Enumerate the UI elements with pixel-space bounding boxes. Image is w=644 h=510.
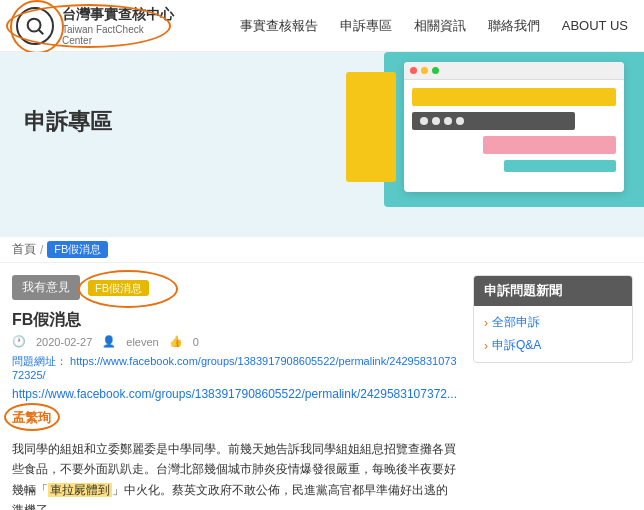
article-body: 我同學的組姐和立委鄭麗委是中學同學。前幾天她告訴我同學組姐組息招覽查攤各買些食品… — [12, 439, 457, 510]
sidebar-right: 申訴問題新聞 › 全部申訴 › 申訴Q&A — [473, 275, 633, 510]
author-highlight-area: 孟繁珣 — [12, 409, 51, 433]
screen-content — [404, 80, 624, 180]
logo-icon — [16, 7, 54, 45]
article-submitter: 孟繁珣 — [12, 409, 51, 427]
breadcrumb-separator: / — [40, 243, 43, 257]
nav-contact[interactable]: 聯絡我們 — [488, 17, 540, 35]
dot2 — [432, 117, 440, 125]
url-label: 問題網址： — [12, 355, 67, 367]
article-url-display: https://www.facebook.com/groups/13839179… — [12, 387, 457, 401]
sidebar-qna[interactable]: › 申訴Q&A — [484, 337, 622, 354]
article-url-link[interactable]: https://www.facebook.com/groups/13839179… — [12, 355, 457, 381]
like-icon: 👍 — [169, 335, 183, 348]
article-likes: 0 — [193, 336, 199, 348]
logo-subtitle-line1: Taiwan FactCheck — [62, 24, 174, 35]
article-url-row: 問題網址： https://www.facebook.com/groups/13… — [12, 354, 457, 381]
nav-appeal[interactable]: 申訴專區 — [340, 17, 392, 35]
screen-line-yellow — [412, 88, 616, 106]
article-date: 2020-02-27 — [36, 336, 92, 348]
sidebar-box: 申訴問題新聞 › 全部申訴 › 申訴Q&A — [473, 275, 633, 363]
svg-point-0 — [28, 18, 41, 31]
sidebar-list: › 全部申訴 › 申訴Q&A — [474, 306, 632, 362]
breadcrumb-current[interactable]: FB假消息 — [47, 241, 108, 258]
yellow-panel — [346, 72, 396, 182]
screen-line-pink — [483, 136, 616, 154]
logo-title: 台灣事實查核中心 — [62, 6, 174, 24]
sidebar-item-2-label: 申訴Q&A — [492, 337, 541, 354]
site-header: 台灣事實查核中心 Taiwan FactCheck Center 事實查核報告 … — [0, 0, 644, 52]
sidebar-all-complaints[interactable]: › 全部申訴 — [484, 314, 622, 331]
main-nav: 事實查核報告 申訴專區 相關資訊 聯絡我們 ABOUT US — [240, 17, 628, 35]
content-left: 我有意見 FB假消息 FB假消息 🕐 2020-02-27 👤 eleven 👍… — [12, 275, 457, 510]
category-tag[interactable]: FB假消息 — [88, 280, 149, 296]
nav-reports[interactable]: 事實查核報告 — [240, 17, 318, 35]
hero-title: 申訴專區 — [24, 107, 112, 137]
sidebar-item-1-label: 全部申訴 — [492, 314, 540, 331]
nav-resources[interactable]: 相關資訊 — [414, 17, 466, 35]
breadcrumb-home[interactable]: 首頁 — [12, 241, 36, 258]
svg-line-1 — [39, 29, 44, 34]
clock-icon: 🕐 — [12, 335, 26, 348]
article-title-row: FB假消息 — [12, 310, 457, 331]
screen-line-dots — [412, 112, 575, 130]
dot1 — [420, 117, 428, 125]
dot-green — [432, 67, 439, 74]
meta-row: 🕐 2020-02-27 👤 eleven 👍 0 — [12, 335, 457, 348]
screen-line-teal — [504, 160, 616, 172]
article-url-short-link[interactable]: https://www.facebook.com/groups/13839179… — [12, 387, 457, 401]
arrow-icon-2: › — [484, 339, 488, 353]
hero-decoration — [344, 52, 644, 237]
screen-bar — [404, 62, 624, 80]
dot-yellow — [421, 67, 428, 74]
category-area: FB假消息 — [88, 280, 149, 296]
dot-red — [410, 67, 417, 74]
logo-area[interactable]: 台灣事實查核中心 Taiwan FactCheck Center — [16, 6, 176, 46]
dot3 — [444, 117, 452, 125]
sidebar-header: 申訴問題新聞 — [474, 276, 632, 306]
dot4 — [456, 117, 464, 125]
main-content: 我有意見 FB假消息 FB假消息 🕐 2020-02-27 👤 eleven 👍… — [0, 263, 644, 510]
nav-about-us[interactable]: ABOUT US — [562, 18, 628, 33]
article-author: eleven — [126, 336, 158, 348]
highlighted-text: 車拉屍體到 — [48, 483, 112, 497]
feedback-button[interactable]: 我有意見 — [12, 275, 80, 300]
filter-bar: 我有意見 FB假消息 — [12, 275, 457, 300]
logo-text: 台灣事實查核中心 Taiwan FactCheck Center — [62, 6, 174, 46]
screen-mockup — [404, 62, 624, 192]
breadcrumb: 首頁 / FB假消息 — [0, 237, 644, 263]
article-title: FB假消息 — [12, 310, 81, 331]
logo-subtitle-line2: Center — [62, 35, 174, 46]
hero-banner: 申訴專區 — [0, 52, 644, 237]
arrow-icon-1: › — [484, 316, 488, 330]
author-icon: 👤 — [102, 335, 116, 348]
